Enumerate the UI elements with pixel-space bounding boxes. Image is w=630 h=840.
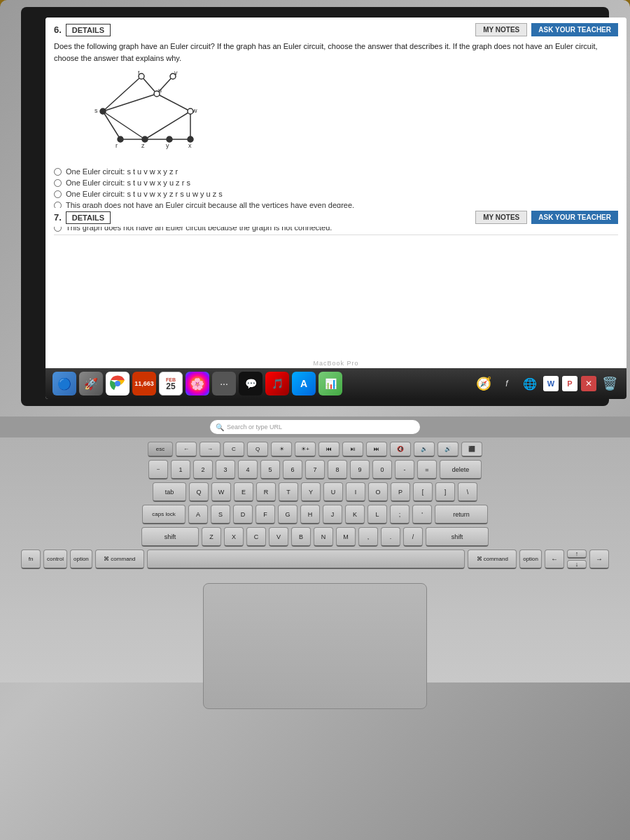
key-fn[interactable]: fn <box>21 550 41 569</box>
radio-3[interactable] <box>54 190 62 198</box>
key-comma[interactable]: , <box>358 527 378 547</box>
globe-icon[interactable]: 🌐 <box>520 374 540 393</box>
key-minus[interactable]: - <box>395 460 414 479</box>
photos-icon[interactable]: 🌸 <box>186 372 209 396</box>
key-l[interactable]: L <box>368 505 387 524</box>
key-b[interactable]: B <box>291 527 311 547</box>
key-f8[interactable]: ⏯ <box>342 442 363 457</box>
f-icon[interactable]: f <box>497 374 517 393</box>
key-return[interactable]: return <box>435 505 488 524</box>
key-arrow-left[interactable]: ← <box>545 550 564 569</box>
key-bracket-l[interactable]: [ <box>413 482 433 502</box>
key-f6[interactable]: ☀+ <box>295 442 316 457</box>
appstore-icon[interactable]: A <box>292 372 316 396</box>
answer-option-2[interactable]: One Euler circuit: s t u v w x y u z r s <box>54 178 618 187</box>
compass-icon[interactable]: 🧭 <box>474 374 493 393</box>
key-5[interactable]: 5 <box>260 460 280 479</box>
search-bar[interactable]: 🔍 Search or type URL <box>210 420 420 434</box>
key-esc[interactable]: esc <box>148 442 173 457</box>
key-touchid[interactable]: ⬛ <box>461 442 482 457</box>
key-p[interactable]: P <box>391 482 410 502</box>
key-0[interactable]: 0 <box>372 460 392 479</box>
close-x-icon[interactable]: ✕ <box>581 376 596 391</box>
more-icon[interactable]: ··· <box>212 372 236 396</box>
key-r[interactable]: R <box>256 482 276 502</box>
q6-my-notes-button[interactable]: MY NOTES <box>475 23 527 36</box>
radio-1[interactable] <box>54 168 62 176</box>
key-tab[interactable]: tab <box>153 482 186 502</box>
key-f7[interactable]: ⏮ <box>318 442 340 457</box>
key-1[interactable]: 1 <box>171 460 190 479</box>
q7-ask-teacher-button[interactable]: ASK YOUR TEACHER <box>531 211 618 224</box>
trackpad[interactable] <box>203 583 427 709</box>
key-command-l[interactable]: ⌘ command <box>95 550 144 569</box>
finder-icon[interactable]: 🔵 <box>52 372 76 396</box>
key-e[interactable]: E <box>234 482 253 502</box>
key-arrow-right[interactable]: → <box>589 550 609 569</box>
key-option-l[interactable]: option <box>70 550 92 569</box>
radio-2[interactable] <box>54 179 62 187</box>
key-g[interactable]: G <box>278 505 298 524</box>
key-2[interactable]: 2 <box>193 460 213 479</box>
key-capslock[interactable]: caps lock <box>142 505 186 524</box>
answer-option-3[interactable]: One Euler circuit: s t u v w x y z r s u… <box>54 190 618 198</box>
key-c[interactable]: C <box>246 527 266 547</box>
key-j[interactable]: J <box>323 505 342 524</box>
trash-icon[interactable]: 🗑️ <box>600 374 620 393</box>
key-v[interactable]: V <box>269 527 288 547</box>
calendar-icon[interactable]: FEB 25 <box>159 372 183 396</box>
key-shift-r[interactable]: shift <box>426 527 489 547</box>
key-y[interactable]: Y <box>301 482 321 502</box>
answer-option-1[interactable]: One Euler circuit: s t u v w x y z r <box>54 167 618 176</box>
key-command-r[interactable]: ⌘ command <box>468 550 517 569</box>
key-7[interactable]: 7 <box>305 460 325 479</box>
key-slash[interactable]: / <box>403 527 423 547</box>
music-icon[interactable]: 🎵 <box>265 372 289 396</box>
key-tilde[interactable]: ~ <box>148 460 168 479</box>
activity-icon[interactable]: 📊 <box>318 372 342 396</box>
key-u[interactable]: U <box>323 482 343 502</box>
key-w[interactable]: W <box>211 482 231 502</box>
key-4[interactable]: 4 <box>238 460 258 479</box>
q7-my-notes-button[interactable]: MY NOTES <box>475 211 527 224</box>
key-t[interactable]: T <box>279 482 298 502</box>
key-d[interactable]: D <box>233 505 253 524</box>
key-o[interactable]: O <box>368 482 388 502</box>
key-control[interactable]: control <box>43 550 67 569</box>
notifications-icon[interactable]: 11,663 <box>132 372 156 396</box>
key-equals[interactable]: = <box>417 460 437 479</box>
key-arrow-down[interactable]: ↓ <box>567 560 587 569</box>
key-z[interactable]: Z <box>202 527 221 547</box>
ppt-icon[interactable]: P <box>562 376 578 391</box>
key-f1[interactable]: ← <box>176 442 197 457</box>
chrome-icon[interactable] <box>106 372 130 396</box>
key-shift-l[interactable]: shift <box>141 527 199 547</box>
key-f2[interactable]: → <box>200 442 220 457</box>
key-f5[interactable]: ☀ <box>271 442 292 457</box>
key-period[interactable]: . <box>381 527 400 547</box>
key-semicolon[interactable]: ; <box>390 505 410 524</box>
key-3[interactable]: 3 <box>216 460 235 479</box>
key-delete[interactable]: delete <box>440 460 482 479</box>
launchpad-icon[interactable]: 🚀 <box>79 372 103 396</box>
key-m[interactable]: M <box>336 527 356 547</box>
key-f11[interactable]: 🔉 <box>414 442 435 457</box>
key-i[interactable]: I <box>346 482 365 502</box>
q6-ask-teacher-button[interactable]: ASK YOUR TEACHER <box>531 23 618 36</box>
key-f4[interactable]: Q <box>247 442 268 457</box>
key-8[interactable]: 8 <box>328 460 347 479</box>
key-n[interactable]: N <box>314 527 333 547</box>
key-option-r[interactable]: option <box>519 550 542 569</box>
key-h[interactable]: H <box>300 505 320 524</box>
key-6[interactable]: 6 <box>283 460 302 479</box>
messages-icon[interactable]: 💬 <box>239 372 262 396</box>
word-icon[interactable]: W <box>543 376 559 391</box>
key-f[interactable]: F <box>255 505 275 524</box>
key-spacebar[interactable] <box>147 550 465 569</box>
key-f3[interactable]: C <box>223 442 244 457</box>
key-a[interactable]: A <box>188 505 208 524</box>
key-arrow-up[interactable]: ↑ <box>567 550 587 559</box>
key-quote[interactable]: ' <box>412 505 432 524</box>
key-f12[interactable]: 🔊 <box>438 442 458 457</box>
key-f10[interactable]: 🔇 <box>390 442 411 457</box>
